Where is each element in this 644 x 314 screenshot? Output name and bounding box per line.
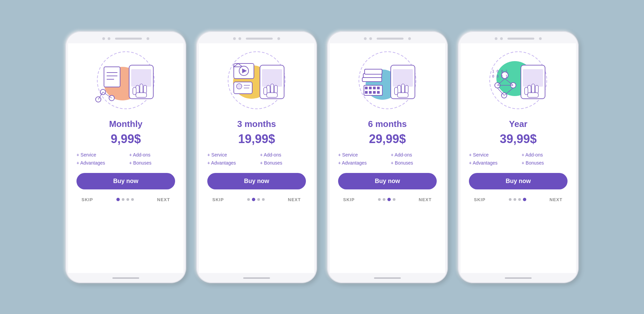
nav-dot-2	[252, 198, 255, 201]
home-indicator	[112, 277, 139, 279]
plan-price-3months: 19,99$	[238, 132, 275, 146]
nav-dot-3	[387, 198, 391, 201]
plan-title-6months: 6 months	[368, 119, 407, 129]
nav-dots-monthly	[116, 198, 134, 201]
skip-3months[interactable]: SKIP	[212, 197, 224, 202]
feature-addons: + Add-ons	[129, 151, 175, 158]
phone-dot	[495, 37, 497, 40]
phone-3months: 3 months 19,99$ + Service + Add-ons + Ad…	[196, 31, 317, 283]
nav-dot-1	[116, 198, 120, 201]
feature-bonuses: + Bonuses	[129, 160, 175, 166]
feature-addons: + Add-ons	[260, 151, 306, 158]
phone-speaker	[246, 38, 273, 40]
nav-dot-3	[126, 198, 129, 201]
next-year[interactable]: NEXT	[549, 197, 562, 202]
nav-dot-2	[122, 198, 124, 201]
illustration-6months	[351, 48, 424, 116]
phone-dot	[369, 37, 372, 40]
svg-rect-42	[401, 84, 405, 93]
svg-rect-44	[394, 87, 398, 95]
phone-screen-6months: 6 months 29,99$ + Service + Add-ons + Ad…	[330, 43, 445, 273]
nav-bar-monthly: SKIP NEXT	[76, 194, 175, 204]
svg-rect-45	[397, 93, 408, 97]
svg-rect-53	[377, 87, 380, 89]
phone-dot	[500, 37, 503, 40]
phone-screen-3months: 3 months 19,99$ + Service + Add-ons + Ad…	[199, 43, 314, 273]
phone-dot	[539, 37, 542, 40]
illustration-monthly	[89, 48, 163, 116]
buy-button-3months[interactable]: Buy now	[207, 173, 306, 189]
svg-rect-50	[365, 87, 368, 89]
svg-rect-57	[377, 91, 380, 94]
nav-bar-6months: SKIP NEXT	[338, 194, 437, 204]
nav-dot-4	[393, 198, 395, 201]
next-6months[interactable]: NEXT	[419, 197, 432, 202]
nav-dot-3	[518, 198, 521, 201]
phone-screen-year: 1 0 0 1 0 0 1 1 Year 39,99$ + Service + …	[461, 43, 576, 273]
phone-6months: 6 months 29,99$ + Service + Add-ons + Ad…	[327, 31, 448, 283]
phone-dot	[108, 37, 110, 40]
phone-top-bar-2	[196, 31, 317, 43]
skip-6months[interactable]: SKIP	[343, 197, 355, 202]
svg-rect-47	[365, 69, 382, 74]
skip-year[interactable]: SKIP	[474, 197, 485, 202]
phone-year: 1 0 0 1 0 0 1 1 Year 39,99$ + Service + …	[458, 31, 579, 283]
phone-bottom	[65, 273, 186, 283]
skip-monthly[interactable]: SKIP	[82, 197, 93, 202]
svg-rect-65	[535, 85, 538, 93]
buy-button-monthly[interactable]: Buy now	[76, 173, 175, 189]
nav-dot-3	[257, 198, 260, 201]
next-3months[interactable]: NEXT	[288, 197, 301, 202]
svg-text:0 0 1 1: 0 0 1 1	[492, 74, 507, 79]
svg-rect-67	[528, 93, 538, 97]
phone-dot	[233, 37, 236, 40]
phone-screen-monthly: Monthly 9,99$ + Service + Add-ons + Adva…	[68, 43, 183, 273]
buy-button-year[interactable]: Buy now	[469, 173, 568, 189]
svg-rect-25	[271, 84, 274, 93]
feature-bonuses: + Bonuses	[522, 160, 568, 166]
svg-rect-32	[234, 82, 252, 94]
plan-title-year: Year	[509, 119, 528, 129]
buy-button-6months[interactable]: Buy now	[338, 173, 437, 189]
feature-advantages: + Advantages	[207, 160, 253, 166]
svg-rect-10	[104, 67, 120, 87]
feature-bonuses: + Bonuses	[260, 160, 306, 166]
feature-advantages: + Advantages	[338, 160, 384, 166]
svg-text:1 0 0 1: 1 0 0 1	[492, 69, 507, 74]
plan-price-year: 39,99$	[500, 132, 537, 146]
svg-rect-43	[405, 85, 408, 93]
phone-dot	[364, 37, 367, 40]
phone-speaker	[377, 38, 404, 40]
svg-rect-54	[365, 91, 368, 94]
nav-dot-4	[131, 198, 134, 201]
home-indicator	[374, 277, 401, 279]
home-indicator	[505, 277, 532, 279]
nav-dot-2	[383, 198, 385, 201]
nav-dots-year	[509, 198, 526, 201]
nav-dots-6months	[378, 198, 395, 201]
nav-dot-1	[378, 198, 381, 201]
plan-price-monthly: 9,99$	[111, 132, 141, 146]
feature-service: + Service	[338, 151, 384, 158]
svg-rect-9	[136, 93, 147, 97]
nav-bar-year: SKIP NEXT	[469, 194, 568, 204]
feature-service: + Service	[76, 151, 122, 158]
phone-bottom	[196, 273, 317, 283]
svg-rect-55	[369, 91, 372, 94]
feature-advantages: + Advantages	[76, 160, 122, 166]
svg-point-33	[236, 84, 242, 89]
next-monthly[interactable]: NEXT	[157, 197, 170, 202]
nav-dot-1	[247, 198, 250, 201]
phone-monthly: Monthly 9,99$ + Service + Add-ons + Adva…	[65, 31, 186, 283]
plan-title-3months: 3 months	[237, 119, 276, 129]
nav-dots-3months	[247, 198, 265, 201]
phone-dot	[102, 37, 105, 40]
svg-rect-64	[532, 84, 535, 93]
nav-dot-1	[509, 198, 512, 201]
features-monthly: + Service + Add-ons + Advantages + Bonus…	[76, 151, 175, 166]
svg-rect-28	[267, 93, 277, 97]
svg-rect-26	[274, 85, 277, 93]
nav-dot-4	[523, 198, 526, 201]
phone-bottom	[327, 273, 448, 283]
phone-bottom	[458, 273, 579, 283]
